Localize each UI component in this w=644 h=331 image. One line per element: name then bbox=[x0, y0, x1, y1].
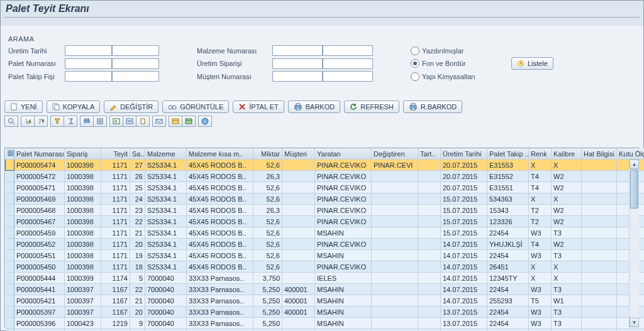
row-handle[interactable] bbox=[6, 273, 14, 284]
alv-localfile-button[interactable] bbox=[136, 116, 150, 127]
col-sa[interactable]: Sa... bbox=[130, 148, 145, 160]
table-row[interactable]: P0000054211000397116721700004033X33 Parn… bbox=[6, 295, 645, 307]
cell: 45X45 RODOS B.. bbox=[187, 216, 253, 227]
cell: 1000423 bbox=[65, 318, 101, 329]
input-uretim-tarihi-to[interactable] bbox=[112, 45, 159, 56]
radio-yazdirilmislar[interactable]: Yazdırılmışlar bbox=[411, 46, 492, 55]
input-uretim-siparisi-to[interactable] bbox=[323, 58, 373, 69]
row-handle[interactable] bbox=[6, 205, 14, 216]
row-handle[interactable] bbox=[6, 171, 14, 182]
goruntule-button[interactable]: GÖRÜNTÜLE bbox=[162, 100, 229, 113]
col-siparis[interactable]: Sipariş bbox=[65, 148, 101, 160]
alv-sum-button[interactable] bbox=[64, 116, 77, 127]
barkod-button[interactable]: BARKOD bbox=[288, 100, 340, 113]
row-handle[interactable] bbox=[6, 227, 14, 239]
input-musteri-numarasi-from[interactable] bbox=[272, 71, 323, 82]
radio-yapi-kimyasallari[interactable]: Yapı Kimyasalları bbox=[411, 72, 492, 81]
col-uretim-tarihi[interactable]: Üretim Tarihi bbox=[441, 148, 487, 160]
row-handle[interactable] bbox=[6, 193, 14, 205]
col-kalibre[interactable]: Kalibre bbox=[552, 148, 582, 160]
input-uretim-siparisi-from[interactable] bbox=[272, 58, 323, 69]
alv-word-button[interactable] bbox=[123, 116, 136, 127]
scroll-up-arrow-icon[interactable]: ▲ bbox=[630, 160, 639, 169]
col-malzeme-kisa[interactable]: Malzeme kısa m.. bbox=[187, 148, 253, 160]
alv-export-button[interactable] bbox=[109, 116, 123, 127]
row-handle[interactable] bbox=[6, 295, 14, 307]
row-handle[interactable] bbox=[6, 284, 14, 295]
input-musteri-numarasi-to[interactable] bbox=[323, 71, 373, 82]
refresh-button[interactable]: REFRESH bbox=[344, 100, 399, 113]
table-row[interactable]: P0000054501000398117118S25334.145X45 ROD… bbox=[6, 261, 645, 273]
alv-mail-button[interactable] bbox=[152, 116, 166, 127]
col-hat-bilgisi[interactable]: Hat Bilgisi bbox=[582, 148, 617, 160]
table-row[interactable]: P0000054691000398117124S25334.145X45 ROD… bbox=[6, 193, 645, 205]
table-row[interactable]: P0000054591000398117121S25334.145X45 ROD… bbox=[6, 227, 645, 239]
alv-sort-desc-button[interactable] bbox=[34, 116, 48, 127]
table-row[interactable]: P0000054411000397116722700004033X33 Parn… bbox=[6, 284, 645, 295]
row-handle[interactable] bbox=[6, 239, 14, 250]
cell: 1000423 bbox=[65, 329, 101, 332]
col-palet-takip[interactable]: Palet Takip .. bbox=[487, 148, 529, 160]
col-kutu-olcusu[interactable]: Kutu Ölçüsü bbox=[617, 148, 645, 160]
input-malzeme-numarasi-to[interactable] bbox=[323, 45, 373, 56]
table-row[interactable]: P0000054671000398117122S25334.145X45 ROD… bbox=[6, 216, 645, 227]
vertical-scrollbar[interactable]: ▲ ▼ bbox=[629, 160, 639, 327]
col-yaratan[interactable]: Yaratan bbox=[315, 148, 372, 160]
alv-info-button[interactable]: i bbox=[198, 116, 212, 127]
row-handle[interactable] bbox=[6, 216, 14, 227]
scroll-down-arrow-icon[interactable]: ▼ bbox=[630, 318, 639, 327]
col-degistiren[interactable]: Değiştiren bbox=[372, 148, 418, 160]
alv-view-button[interactable] bbox=[93, 116, 107, 127]
col-palet-numarasi[interactable]: Palet Numarası bbox=[14, 148, 65, 160]
table-row[interactable]: P0000054711000398117125S25334.145X45 ROD… bbox=[6, 182, 645, 193]
alv-layout-save-button[interactable] bbox=[182, 116, 196, 127]
select-all-handle[interactable] bbox=[6, 148, 14, 160]
glasses-icon bbox=[168, 103, 177, 111]
kopyala-button[interactable]: KOPYALA bbox=[47, 100, 101, 113]
table-row[interactable]: P0000054521000398117120S25334.145X45 ROD… bbox=[6, 239, 645, 250]
input-palet-numarasi-to[interactable] bbox=[112, 58, 159, 69]
table-row[interactable]: P0000054511000398117119S25334.145X45 ROD… bbox=[6, 250, 645, 261]
row-handle[interactable] bbox=[6, 160, 14, 171]
row-handle[interactable] bbox=[6, 250, 14, 261]
degistir-button[interactable]: DEĞİŞTİR bbox=[104, 100, 158, 113]
table-row[interactable]: P000005444100039911745700004033X33 Parna… bbox=[6, 273, 645, 284]
table-row[interactable]: P0000054721000398117126S25334.145X45 ROD… bbox=[6, 171, 645, 182]
col-teyit[interactable]: Teyit bbox=[101, 148, 130, 160]
table-row[interactable]: P000005396100042312199700004033X33 Parna… bbox=[6, 318, 645, 329]
cell: 33X33 Parnasos.. bbox=[187, 284, 253, 295]
input-malzeme-numarasi-from[interactable] bbox=[272, 45, 323, 56]
alv-layout-button[interactable] bbox=[169, 116, 182, 127]
input-palet-numarasi-from[interactable] bbox=[65, 58, 112, 69]
table-row[interactable]: P0000054681000398117123S25334.145X45 ROD… bbox=[6, 205, 645, 216]
rbarkod-button[interactable]: R.BARKOD bbox=[403, 100, 462, 113]
alv-print-button[interactable] bbox=[80, 116, 94, 127]
scrollbar-thumb[interactable] bbox=[630, 170, 638, 209]
alv-sort-asc-button[interactable] bbox=[21, 116, 35, 127]
iptal-et-button[interactable]: İPTAL ET bbox=[233, 100, 284, 113]
radio-fon-ve-bordur[interactable]: Fon ve Bordür bbox=[411, 59, 492, 68]
col-tart[interactable]: Tart.. bbox=[418, 148, 441, 160]
input-palet-takip-fisi-to[interactable] bbox=[112, 71, 159, 82]
table-row[interactable]: P0000054741000398117127S25334.145X45 ROD… bbox=[6, 160, 645, 171]
row-handle[interactable] bbox=[6, 182, 14, 193]
alv-details-button[interactable] bbox=[4, 116, 18, 127]
input-uretim-tarihi-from[interactable] bbox=[65, 45, 112, 56]
col-malzeme[interactable]: Malzeme bbox=[145, 148, 187, 160]
row-handle[interactable] bbox=[6, 318, 14, 329]
svg-rect-10 bbox=[411, 104, 415, 106]
row-handle[interactable] bbox=[6, 329, 14, 332]
table-row[interactable]: P000005395100042312198700004033X33 Parna… bbox=[6, 329, 645, 332]
listele-button[interactable]: Listele bbox=[511, 57, 553, 70]
col-miktar[interactable]: Miktar bbox=[253, 148, 282, 160]
col-musteri[interactable]: Müşteri bbox=[282, 148, 315, 160]
col-renk[interactable]: Renk bbox=[529, 148, 552, 160]
table-row[interactable]: P0000053971000397116720700004033X33 Parn… bbox=[6, 307, 645, 318]
grid[interactable]: Palet Numarası Sipariş Teyit Sa... Malze… bbox=[5, 148, 644, 331]
yeni-button[interactable]: YENİ bbox=[4, 100, 43, 113]
row-handle[interactable] bbox=[6, 261, 14, 273]
cell bbox=[282, 182, 315, 193]
input-palet-takip-fisi-from[interactable] bbox=[65, 71, 112, 82]
row-handle[interactable] bbox=[6, 307, 14, 318]
alv-filter-button[interactable] bbox=[50, 116, 64, 127]
